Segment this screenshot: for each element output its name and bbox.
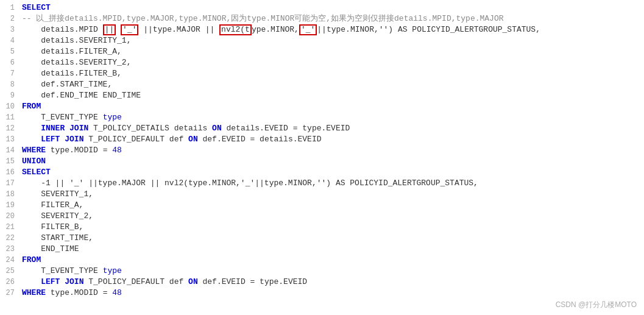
line-num-1: 1: [0, 2, 19, 13]
code-line-8: 8 def.START_TIME,: [0, 79, 644, 90]
code-line-7: 7 details.FILTER_B,: [0, 68, 644, 79]
line-num-14: 14: [0, 145, 19, 156]
code-line-2: 2 -- 以_拼接details.MPID,type.MAJOR,type.MI…: [0, 13, 644, 24]
code-line-20: 20 SEVERITY_2,: [0, 211, 644, 222]
line-content-18: SEVERITY_1,: [19, 189, 644, 200]
line-num-16: 16: [0, 167, 19, 178]
line-num-13: 13: [0, 134, 19, 145]
line-content-15: UNION: [19, 156, 644, 167]
line-num-26: 26: [0, 277, 19, 288]
line-num-5: 5: [0, 46, 19, 57]
code-line-16: 16 SELECT: [0, 167, 644, 178]
line-content-19: FILTER_A,: [19, 200, 644, 211]
line-content-1: SELECT: [19, 2, 644, 13]
line-content-25: T_EVENT_TYPE type: [19, 266, 644, 277]
code-line-23: 23 END_TIME: [0, 244, 644, 255]
line-content-13: LEFT JOIN T_POLICY_DEFAULT def ON def.EV…: [19, 134, 644, 145]
line-num-8: 8: [0, 79, 19, 90]
line-content-5: details.FILTER_A,: [19, 46, 644, 57]
line-content-3: details.MPID || '_' ||type.MAJOR || nvl2…: [19, 24, 644, 35]
line-num-11: 11: [0, 112, 19, 123]
line-content-2: -- 以_拼接details.MPID,type.MAJOR,type.MINO…: [19, 13, 644, 24]
line-num-24: 24: [0, 255, 19, 266]
line-content-27: WHERE type.MODID = 48: [19, 288, 644, 299]
line-content-10: FROM: [19, 101, 644, 112]
line-content-14: WHERE type.MODID = 48: [19, 145, 644, 156]
line-num-21: 21: [0, 222, 19, 233]
line-num-25: 25: [0, 266, 19, 277]
code-line-4: 4 details.SEVERITY_1,: [0, 35, 644, 46]
code-line-22: 22 START_TIME,: [0, 233, 644, 244]
code-line-13: 13 LEFT JOIN T_POLICY_DEFAULT def ON def…: [0, 134, 644, 145]
watermark: CSDN @打分几楼MOTO: [556, 300, 637, 310]
line-num-7: 7: [0, 68, 19, 79]
line-content-20: SEVERITY_2,: [19, 211, 644, 222]
code-line-24: 24 FROM: [0, 255, 644, 266]
line-num-27: 27: [0, 288, 19, 299]
line-num-10: 10: [0, 101, 19, 112]
line-num-20: 20: [0, 211, 19, 222]
line-content-23: END_TIME: [19, 244, 644, 255]
code-line-10: 10 FROM: [0, 101, 644, 112]
line-num-4: 4: [0, 35, 19, 46]
code-line-15: 15 UNION: [0, 156, 644, 167]
line-num-22: 22: [0, 233, 19, 244]
line-num-2: 2: [0, 13, 19, 24]
line-num-9: 9: [0, 90, 19, 101]
line-num-3: 3: [0, 24, 19, 35]
line-content-26: LEFT JOIN T_POLICY_DEFAULT def ON def.EV…: [19, 277, 644, 288]
code-line-11: 11 T_EVENT_TYPE type: [0, 112, 644, 123]
code-line-25: 25 T_EVENT_TYPE type: [0, 266, 644, 277]
line-num-23: 23: [0, 244, 19, 255]
line-content-16: SELECT: [19, 167, 644, 178]
line-content-4: details.SEVERITY_1,: [19, 35, 644, 46]
line-content-9: def.END_TIME END_TIME: [19, 90, 644, 101]
code-line-19: 19 FILTER_A,: [0, 200, 644, 211]
line-content-7: details.FILTER_B,: [19, 68, 644, 79]
line-num-12: 12: [0, 123, 19, 134]
code-line-6: 6 details.SEVERITY_2,: [0, 57, 644, 68]
code-line-17: 17 -1 || '_' ||type.MAJOR || nvl2(type.M…: [0, 178, 644, 189]
code-line-9: 9 def.END_TIME END_TIME: [0, 90, 644, 101]
line-content-22: START_TIME,: [19, 233, 644, 244]
line-num-6: 6: [0, 57, 19, 68]
line-content-21: FILTER_B,: [19, 222, 644, 233]
code-line-26: 26 LEFT JOIN T_POLICY_DEFAULT def ON def…: [0, 277, 644, 288]
line-content-17: -1 || '_' ||type.MAJOR || nvl2(type.MINO…: [19, 178, 644, 189]
code-line-1: 1 SELECT: [0, 2, 644, 13]
line-num-17: 17: [0, 178, 19, 189]
code-line-12: 12 INNER JOIN T_POLICY_DETAILS details O…: [0, 123, 644, 134]
code-line-18: 18 SEVERITY_1,: [0, 189, 644, 200]
line-content-8: def.START_TIME,: [19, 79, 644, 90]
line-content-11: T_EVENT_TYPE type: [19, 112, 644, 123]
code-line-14: 14 WHERE type.MODID = 48: [0, 145, 644, 156]
line-content-24: FROM: [19, 255, 644, 266]
code-editor: 1 SELECT 2 -- 以_拼接details.MPID,type.MAJO…: [0, 0, 644, 315]
line-content-6: details.SEVERITY_2,: [19, 57, 644, 68]
code-line-21: 21 FILTER_B,: [0, 222, 644, 233]
code-line-27: 27 WHERE type.MODID = 48: [0, 288, 644, 299]
code-line-3: 3 details.MPID || '_' ||type.MAJOR || nv…: [0, 24, 644, 35]
line-num-19: 19: [0, 200, 19, 211]
line-content-12: INNER JOIN T_POLICY_DETAILS details ON d…: [19, 123, 644, 134]
line-num-15: 15: [0, 156, 19, 167]
line-num-18: 18: [0, 189, 19, 200]
code-line-5: 5 details.FILTER_A,: [0, 46, 644, 57]
